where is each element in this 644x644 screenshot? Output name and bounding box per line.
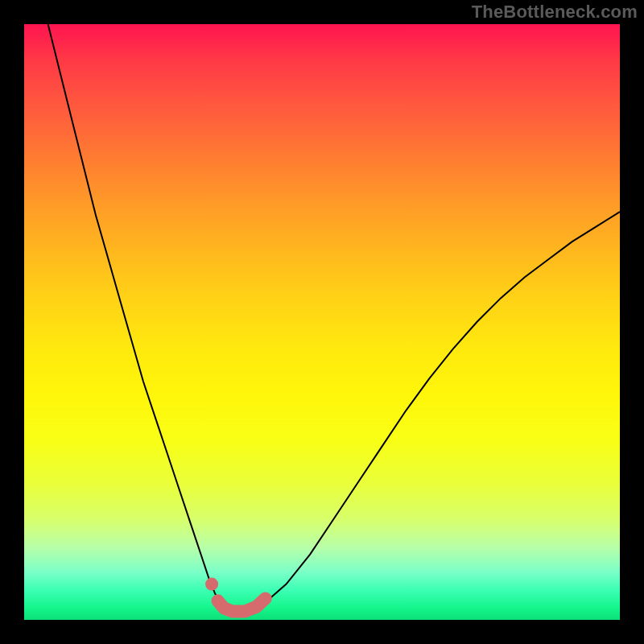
highlight-dot-icon [205,578,218,591]
chart-svg [24,24,620,620]
bottleneck-curve [48,24,620,613]
chart-frame: TheBottleneck.com [0,0,644,644]
watermark-text: TheBottleneck.com [472,2,638,23]
highlight-segment [218,598,266,611]
